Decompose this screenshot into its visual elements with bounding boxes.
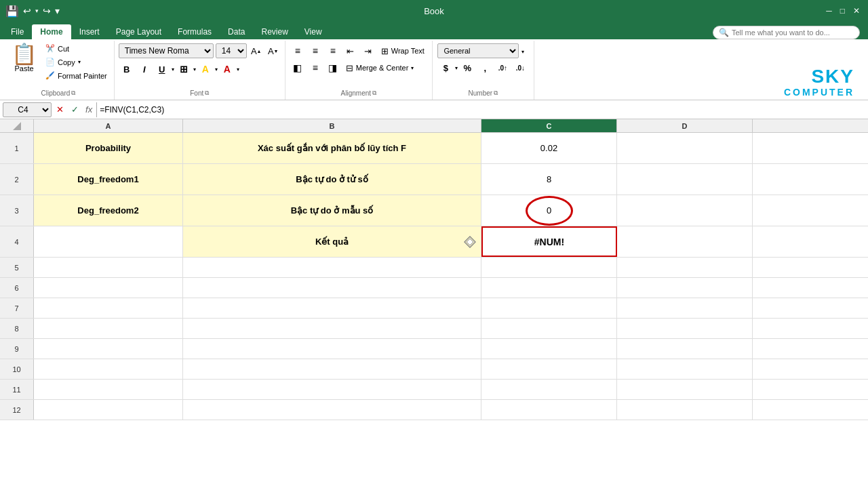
- cell-b8[interactable]: [183, 319, 481, 338]
- align-top-center[interactable]: ≡: [307, 43, 323, 58]
- cell-a6[interactable]: [34, 278, 183, 298]
- font-size-decrease[interactable]: A▼: [266, 43, 281, 58]
- clipboard-expand[interactable]: ⧉: [71, 89, 75, 97]
- cell-d5[interactable]: [617, 258, 753, 277]
- cell-a10[interactable]: [34, 359, 183, 379]
- copy-dropdown[interactable]: ▾: [78, 59, 81, 65]
- col-header-c[interactable]: C: [481, 119, 617, 132]
- cell-b10[interactable]: [183, 359, 481, 379]
- row-header-11[interactable]: 11: [0, 380, 34, 399]
- cell-a1[interactable]: Probability: [34, 133, 183, 163]
- row-header-1[interactable]: 1: [0, 133, 34, 163]
- maximize-btn[interactable]: □: [840, 6, 845, 16]
- comma-btn[interactable]: ,: [477, 60, 493, 75]
- cell-b7[interactable]: [183, 298, 481, 318]
- align-right[interactable]: ◨: [325, 60, 341, 75]
- percent-btn[interactable]: %: [459, 60, 475, 75]
- currency-btn[interactable]: $: [437, 60, 454, 75]
- cell-a11[interactable]: [34, 380, 183, 399]
- cell-d6[interactable]: [617, 278, 753, 298]
- col-header-d[interactable]: D: [617, 119, 753, 132]
- align-top-left[interactable]: ≡: [290, 43, 306, 58]
- cell-b12[interactable]: [183, 400, 481, 420]
- cell-a5[interactable]: [34, 258, 183, 277]
- font-color-button[interactable]: A: [219, 62, 235, 77]
- cell-c8[interactable]: [481, 319, 617, 338]
- cut-button[interactable]: ✂️ Cut: [43, 42, 110, 55]
- cell-d2[interactable]: [617, 164, 753, 195]
- row-header-2[interactable]: 2: [0, 164, 34, 195]
- number-dropdown[interactable]: ▾: [521, 49, 524, 55]
- cell-b9[interactable]: [183, 339, 481, 359]
- row-header-3[interactable]: 3: [0, 195, 34, 226]
- cell-a12[interactable]: [34, 400, 183, 420]
- tab-review[interactable]: Review: [253, 24, 296, 39]
- cell-a3[interactable]: Deg_freedom2: [34, 195, 183, 226]
- paste-button[interactable]: 📋 Paste: [7, 42, 41, 75]
- cell-d11[interactable]: [617, 380, 753, 399]
- confirm-formula-btn[interactable]: ✓: [68, 103, 81, 117]
- decimal-decrease[interactable]: .0↓: [512, 60, 528, 75]
- redo-icon[interactable]: ↪: [43, 5, 51, 16]
- cell-b4[interactable]: Kết quả: [183, 226, 481, 257]
- cell-b1[interactable]: Xác suất gắn với phân bố lũy tích F: [183, 133, 481, 163]
- font-size-increase[interactable]: A▲: [249, 43, 264, 58]
- cell-d1[interactable]: [617, 133, 753, 163]
- row-header-6[interactable]: 6: [0, 278, 34, 298]
- italic-button[interactable]: I: [136, 62, 153, 77]
- row-header-4[interactable]: 4: [0, 226, 34, 257]
- cell-a4[interactable]: [34, 226, 183, 257]
- font-name-select[interactable]: Times New Roma: [119, 43, 214, 58]
- cell-a8[interactable]: [34, 319, 183, 338]
- cell-d3[interactable]: [617, 195, 753, 226]
- align-left[interactable]: ◧: [290, 60, 306, 75]
- minimize-btn[interactable]: ─: [826, 6, 832, 16]
- tab-insert[interactable]: Insert: [71, 24, 108, 39]
- indent-decrease[interactable]: ⇤: [342, 43, 359, 58]
- cell-c6[interactable]: [481, 278, 617, 298]
- close-btn[interactable]: ✕: [853, 6, 860, 16]
- border-button[interactable]: ⊞: [176, 62, 192, 77]
- number-expand[interactable]: ⧉: [494, 89, 498, 97]
- tell-me-box[interactable]: 🔍: [713, 26, 860, 39]
- tell-me-input[interactable]: [732, 28, 854, 37]
- tab-data[interactable]: Data: [220, 24, 253, 39]
- cell-c1[interactable]: 0.02: [481, 133, 617, 163]
- custom-icon[interactable]: ▾: [55, 5, 60, 16]
- cell-b6[interactable]: [183, 278, 481, 298]
- cell-a2[interactable]: Deg_freedom1: [34, 164, 183, 195]
- alignment-expand[interactable]: ⧉: [372, 89, 376, 97]
- align-top-right[interactable]: ≡: [325, 43, 341, 58]
- cell-c11[interactable]: [481, 380, 617, 399]
- cell-d7[interactable]: [617, 298, 753, 318]
- border-dropdown[interactable]: ▾: [193, 66, 196, 73]
- cell-c5[interactable]: [481, 258, 617, 277]
- col-header-a[interactable]: A: [34, 119, 183, 132]
- wrap-text-button[interactable]: ⊞ Wrap Text: [378, 44, 428, 58]
- font-size-select[interactable]: 14: [216, 43, 247, 58]
- save-icon[interactable]: 💾: [5, 5, 19, 18]
- cell-b2[interactable]: Bậc tự do ở tử số: [183, 164, 481, 195]
- row-header-9[interactable]: 9: [0, 339, 34, 359]
- decimal-increase[interactable]: .0↑: [494, 60, 511, 75]
- cancel-formula-btn[interactable]: ✕: [53, 103, 66, 117]
- cell-reference[interactable]: C4: [3, 102, 52, 117]
- row-header-8[interactable]: 8: [0, 319, 34, 338]
- cell-c12[interactable]: [481, 400, 617, 420]
- col-header-b[interactable]: B: [183, 119, 481, 132]
- cell-c2[interactable]: 8: [481, 164, 617, 195]
- fill-color-button[interactable]: A: [197, 62, 214, 77]
- row-header-5[interactable]: 5: [0, 258, 34, 277]
- number-format-select[interactable]: General: [437, 43, 519, 58]
- cell-c9[interactable]: [481, 339, 617, 359]
- row-header-12[interactable]: 12: [0, 400, 34, 420]
- undo-icon[interactable]: ↩: [23, 5, 31, 16]
- tab-home[interactable]: Home: [32, 24, 71, 39]
- font-expand[interactable]: ⧉: [205, 89, 209, 97]
- merge-center-button[interactable]: ⊟ Merge & Center ▾: [342, 61, 418, 75]
- cell-b11[interactable]: [183, 380, 481, 399]
- bold-button[interactable]: B: [119, 62, 135, 77]
- cell-d9[interactable]: [617, 339, 753, 359]
- cell-d8[interactable]: [617, 319, 753, 338]
- underline-dropdown[interactable]: ▾: [172, 66, 174, 73]
